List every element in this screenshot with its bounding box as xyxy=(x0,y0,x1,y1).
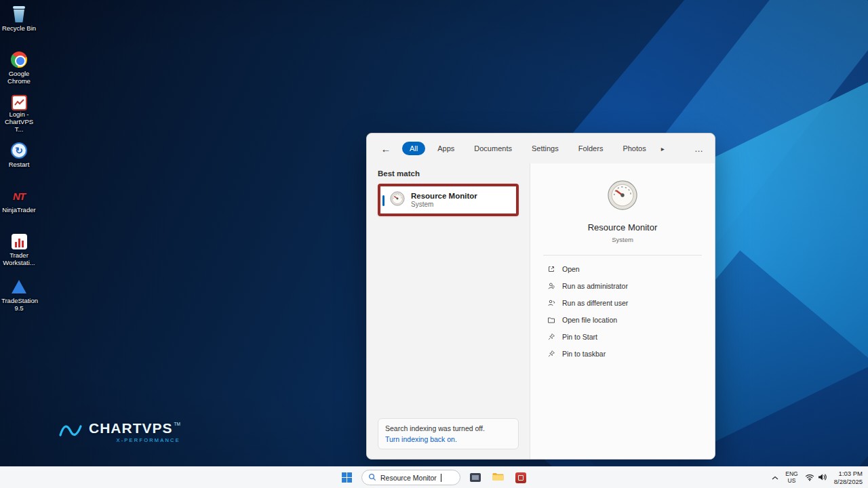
divider xyxy=(543,255,702,256)
action-label: Run as different user xyxy=(562,299,628,307)
desktop-icon-label: Recycle Bin xyxy=(2,24,36,32)
pin-icon xyxy=(547,349,555,358)
action-label: Run as administrator xyxy=(562,282,628,290)
taskbar-file-explorer[interactable] xyxy=(490,470,506,486)
desktop-icon-recycle-bin[interactable]: Recycle Bin xyxy=(1,4,37,41)
resource-monitor-icon xyxy=(390,191,405,209)
search-input-value: Resource Monitor xyxy=(380,474,437,482)
folder-icon xyxy=(492,472,504,484)
action-label: Pin to Start xyxy=(562,333,597,341)
desktop-icon-label: Trader Workstati... xyxy=(1,251,37,266)
tab-settings[interactable]: Settings xyxy=(524,142,566,155)
red-app-icon xyxy=(515,472,526,483)
resource-monitor-icon xyxy=(607,180,638,214)
action-pin-to-start[interactable]: Pin to Start xyxy=(530,328,715,345)
search-filter-bar: ← All Apps Documents Settings Folders Ph… xyxy=(367,134,715,163)
system-tray: ENG US 1:03 PM 8/28/2025 xyxy=(772,467,863,488)
tab-photos[interactable]: Photos xyxy=(615,142,653,155)
watermark-tm: TM xyxy=(174,422,180,426)
overflow-menu-icon[interactable]: … xyxy=(694,144,704,154)
desktop-icon-label: Google Chrome xyxy=(1,70,37,85)
desktop-icon-login-chartvps[interactable]: Login - ChartVPS T... xyxy=(1,95,37,132)
language-region: US xyxy=(788,478,796,485)
tab-documents[interactable]: Documents xyxy=(467,142,519,155)
recycle-bin-icon xyxy=(12,4,26,24)
result-subtitle: System xyxy=(411,201,477,208)
search-results-column: Best match Resource Monitor xyxy=(367,163,530,459)
language-indicator[interactable]: ENG US xyxy=(785,471,797,484)
indexing-notice-text: Search indexing was turned off. xyxy=(385,424,511,432)
open-icon xyxy=(547,264,555,273)
tray-chevron-up-icon[interactable] xyxy=(772,476,778,480)
pin-icon xyxy=(547,332,555,341)
turn-indexing-on-link[interactable]: Turn indexing back on. xyxy=(385,435,511,443)
action-label: Open xyxy=(562,265,580,273)
action-run-as-administrator[interactable]: Run as administrator xyxy=(530,277,715,294)
tray-status-icons[interactable] xyxy=(805,472,827,484)
result-title: Resource Monitor xyxy=(411,192,477,200)
indexing-notice: Search indexing was turned off. Turn ind… xyxy=(378,418,519,449)
watermark-brand: CHARTVPS xyxy=(89,420,173,436)
tab-apps[interactable]: Apps xyxy=(430,142,462,155)
action-open[interactable]: Open xyxy=(530,260,715,277)
action-label: Open file location xyxy=(562,316,617,324)
login-chartvps-icon xyxy=(12,95,27,110)
taskbar-app-red[interactable] xyxy=(513,470,528,485)
preview-subtitle: System xyxy=(612,236,633,243)
clock-date: 8/28/2025 xyxy=(834,478,863,486)
action-list: Open Run as administrator Run as differe… xyxy=(530,260,715,362)
user-shield-icon xyxy=(547,281,555,290)
clock[interactable]: 1:03 PM 8/28/2025 xyxy=(834,470,863,485)
windows-logo-icon xyxy=(342,472,352,483)
best-match-result-resource-monitor[interactable]: Resource Monitor System xyxy=(378,184,519,216)
desktop-icon-tradestation[interactable]: TradeStation 9.5 xyxy=(1,277,37,314)
volume-icon xyxy=(818,472,827,484)
desktop-icon-label: Login - ChartVPS T... xyxy=(1,110,37,133)
desktop-icon-label: TradeStation 9.5 xyxy=(1,297,37,312)
text-caret xyxy=(441,474,441,482)
desktop-icon-ninjatrader[interactable]: NT NinjaTrader xyxy=(1,186,37,223)
action-open-file-location[interactable]: Open file location xyxy=(530,311,715,328)
desktop-icon-google-chrome[interactable]: Google Chrome xyxy=(1,49,37,87)
action-run-as-different-user[interactable]: Run as different user xyxy=(530,294,715,311)
start-button[interactable] xyxy=(340,470,354,485)
desktop-icon-label: NinjaTrader xyxy=(2,206,35,214)
back-button[interactable]: ← xyxy=(378,143,394,155)
tradestation-icon xyxy=(12,277,26,297)
desktop-screen: Recycle Bin Google Chrome Login - ChartV… xyxy=(0,0,868,488)
clock-time: 1:03 PM xyxy=(839,470,863,478)
chrome-icon xyxy=(11,49,27,70)
desktop-icon-column: Recycle Bin Google Chrome Login - ChartV… xyxy=(1,4,37,314)
folder-icon xyxy=(547,315,555,324)
action-pin-to-taskbar[interactable]: Pin to taskbar xyxy=(530,345,715,362)
chartvps-watermark: CHARTVPS TM X-PERFORMANCE xyxy=(58,420,180,443)
chartvps-logo-icon xyxy=(58,422,83,442)
ninjatrader-icon: NT xyxy=(13,186,25,206)
result-preview-panel: Resource Monitor System Open Run a xyxy=(530,163,715,459)
desktop-icon-label: Restart xyxy=(9,161,30,168)
taskbar-search-input[interactable]: Resource Monitor xyxy=(361,470,460,485)
dark-app-icon xyxy=(470,473,481,482)
tab-all[interactable]: All xyxy=(402,142,425,155)
search-flyout: ← All Apps Documents Settings Folders Ph… xyxy=(366,133,715,460)
search-tabs: All Apps Documents Settings Folders Phot… xyxy=(402,142,667,155)
trader-workstation-icon xyxy=(12,231,27,251)
desktop-icon-trader-workstation[interactable]: Trader Workstati... xyxy=(1,231,37,268)
best-match-heading: Best match xyxy=(378,169,519,178)
watermark-subtitle: X-PERFORMANCE xyxy=(116,437,180,443)
more-tabs-chevron-icon[interactable]: ▸ xyxy=(658,144,667,154)
restart-icon: ↻ xyxy=(11,140,27,161)
taskbar-app-dark[interactable] xyxy=(468,471,483,484)
tab-folders[interactable]: Folders xyxy=(571,142,611,155)
preview-title: Resource Monitor xyxy=(588,222,658,232)
user-switch-icon xyxy=(547,298,555,307)
action-label: Pin to taskbar xyxy=(562,350,606,358)
selection-indicator xyxy=(382,195,384,206)
taskbar: Resource Monitor ENG US xyxy=(0,466,868,488)
network-icon xyxy=(805,472,814,484)
search-icon xyxy=(368,472,376,484)
desktop-icon-restart[interactable]: ↻ Restart xyxy=(1,140,37,178)
